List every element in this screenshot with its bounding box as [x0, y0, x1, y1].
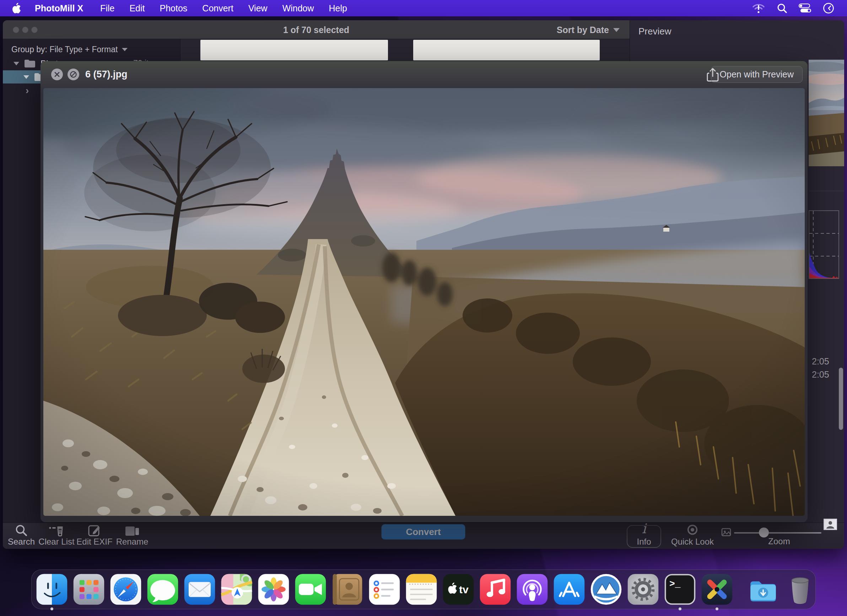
quicklook-filename: 6 (57).jpg — [85, 69, 128, 80]
menu-help[interactable]: Help — [329, 3, 347, 13]
menu-edit[interactable]: Edit — [129, 3, 145, 13]
dock-icon-reminders[interactable] — [368, 573, 401, 606]
dock-icon-finder[interactable] — [35, 573, 69, 606]
search-button[interactable]: Search — [4, 523, 38, 549]
zoom-out-thumbnail-icon — [721, 528, 731, 538]
quick-look-icon — [686, 524, 699, 536]
dock-icon-mountain-app[interactable] — [589, 573, 623, 606]
menu-view[interactable]: View — [248, 3, 267, 13]
group-by-label: Group by: File Type + Format — [11, 45, 118, 55]
sort-by-dropdown[interactable]: Sort by Date — [557, 25, 620, 35]
convert-button[interactable]: Convert — [381, 524, 465, 539]
convert-label: Convert — [406, 526, 441, 538]
quicklook-window: 6 (57).jpg Open with Preview — [40, 61, 807, 522]
open-with-preview-label: Open with Preview — [720, 69, 794, 80]
dock-icon-downloads[interactable] — [747, 573, 780, 606]
rename-icon — [125, 524, 140, 536]
histogram — [809, 210, 841, 279]
dock: tv — [31, 569, 816, 609]
preview-thumbnail — [809, 60, 844, 166]
dock-icon-trash[interactable] — [784, 573, 817, 606]
dock-icon-system-settings[interactable] — [626, 573, 660, 606]
quicklook-titlebar: 6 (57).jpg Open with Preview — [40, 61, 807, 88]
folder-icon — [24, 59, 35, 68]
control-center-icon[interactable] — [799, 4, 812, 13]
apple-tv-text: tv — [459, 584, 469, 595]
open-with-preview-button[interactable]: Open with Preview — [711, 66, 803, 83]
preview-panel-title: Preview — [639, 26, 671, 37]
quicklook-close-button[interactable] — [51, 69, 63, 80]
bottom-toolbar: Search Clear List Edit EXIF — [3, 523, 844, 549]
sort-by-label: Sort by Date — [557, 25, 609, 35]
dock-icon-maps[interactable] — [220, 573, 253, 606]
edit-exif-button[interactable]: Edit EXIF — [74, 523, 115, 549]
search-icon — [15, 524, 27, 536]
edit-exif-icon — [88, 524, 101, 536]
rename-label: Rename — [116, 537, 149, 547]
window-titlebar: 1 of 70 selected Sort by Date — [3, 20, 630, 39]
menu-photos[interactable]: Photos — [160, 3, 187, 13]
terminal-prompt-text: >_ — [669, 579, 681, 589]
menu-file[interactable]: File — [100, 3, 114, 13]
dock-icon-music[interactable] — [478, 573, 512, 606]
chevron-down-icon — [613, 28, 620, 32]
quicklook-photo — [43, 88, 805, 516]
dock-icon-app-store[interactable] — [552, 573, 586, 606]
contact-card-icon[interactable] — [823, 519, 837, 530]
disclosure-chevron-icon[interactable] — [13, 62, 19, 65]
zoom-slider-track[interactable] — [734, 532, 822, 533]
menu-bar: PhotoMill X File Edit Photos Convert Vie… — [0, 0, 847, 16]
chevron-down-icon — [122, 48, 128, 51]
photo-thumbnail[interactable] — [413, 40, 600, 60]
dock-icon-contacts[interactable] — [331, 573, 364, 606]
duration-label: 2:05 — [812, 370, 829, 380]
duration-label: 2:05 — [812, 356, 829, 367]
wifi-alert-icon[interactable] — [752, 2, 765, 14]
edit-exif-label: Edit EXIF — [77, 537, 112, 547]
dock-icon-facetime[interactable] — [294, 573, 327, 606]
search-label: Search — [8, 537, 35, 547]
spotlight-search-icon[interactable] — [777, 3, 787, 13]
quicklook-fullscreen-disabled-button[interactable] — [68, 69, 79, 80]
apple-menu-icon[interactable] — [12, 3, 21, 13]
menubar-app-name[interactable]: PhotoMill X — [35, 3, 83, 13]
clock-icon[interactable] — [823, 3, 834, 14]
dock-icon-safari[interactable] — [109, 573, 142, 606]
quick-look-button[interactable]: Quick Look — [669, 523, 716, 549]
info-icon: i — [642, 525, 646, 536]
dock-icon-apple-tv[interactable]: tv — [442, 573, 475, 606]
dock-icon-podcasts[interactable] — [515, 573, 549, 606]
clear-list-label: Clear List — [38, 537, 74, 547]
menu-window[interactable]: Window — [282, 3, 314, 13]
clear-list-icon — [49, 524, 64, 536]
zoom-label: Zoom — [760, 536, 799, 546]
chevron-right-icon[interactable]: › — [25, 85, 29, 96]
photo-thumbnail[interactable] — [201, 40, 388, 60]
disclosure-chevron-icon[interactable] — [24, 75, 29, 79]
clear-list-button[interactable]: Clear List — [37, 523, 76, 549]
selection-status: 1 of 70 selected — [3, 25, 630, 35]
zoom-slider-thumb[interactable] — [759, 528, 769, 538]
info-label: Info — [637, 537, 651, 547]
dock-icon-photos[interactable] — [257, 573, 290, 606]
dock-icon-notes[interactable] — [405, 573, 438, 606]
panel-scrollbar[interactable] — [839, 368, 843, 430]
dock-icon-terminal[interactable]: >_ — [663, 573, 697, 606]
info-button[interactable]: i Info — [627, 525, 661, 548]
panel-divider — [809, 191, 844, 191]
menu-convert[interactable]: Convert — [202, 3, 233, 13]
quick-look-label: Quick Look — [671, 537, 714, 547]
dock-icon-mail[interactable] — [183, 573, 216, 606]
group-by-dropdown[interactable]: Group by: File Type + Format — [11, 45, 128, 55]
dock-icon-messages[interactable] — [146, 573, 179, 606]
dock-icon-launchpad[interactable] — [72, 573, 106, 606]
rename-button[interactable]: Rename — [114, 523, 151, 549]
dock-icon-photomill-x[interactable] — [700, 573, 734, 606]
